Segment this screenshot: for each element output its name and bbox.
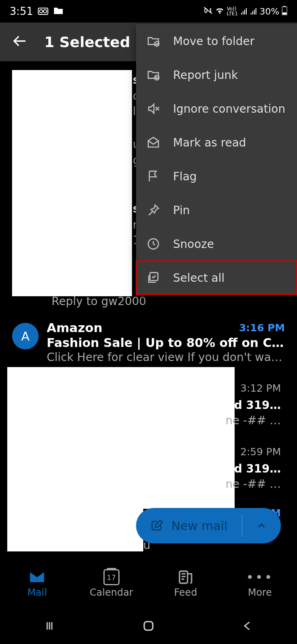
back-button[interactable] <box>239 617 256 635</box>
menu-move-to-folder[interactable]: Move to folder <box>136 24 297 58</box>
home-button[interactable] <box>140 617 157 635</box>
mute-icon <box>146 102 160 116</box>
status-bar: 3:51 Vo))LTE1 30% <box>0 0 297 23</box>
nav-label: Feed <box>174 587 197 598</box>
email-time-fragment: 3:12 PM <box>240 382 281 394</box>
voicemail-icon <box>38 5 48 17</box>
svg-rect-5 <box>283 12 287 14</box>
menu-pin[interactable]: Pin <box>136 193 297 227</box>
signal-icon-1 <box>240 6 248 17</box>
folder-move-icon <box>146 34 160 48</box>
chevron-up-icon <box>256 520 267 531</box>
bottom-nav: Mail 17 Calendar Feed ••• More <box>0 559 297 608</box>
volte-icon: Vo))LTE1 <box>227 6 238 16</box>
menu-flag[interactable]: Flag <box>136 159 297 193</box>
svg-point-2 <box>43 10 47 13</box>
folder-block-icon <box>146 68 160 82</box>
menu-ignore-conversation[interactable]: Ignore conversation <box>136 92 297 126</box>
battery-icon <box>282 6 287 17</box>
nav-label: Calendar <box>90 587 133 598</box>
menu-label: Pin <box>173 204 190 217</box>
email-item[interactable]: A Amazon 3:16 PM Fashion Sale | Up to 80… <box>0 315 297 369</box>
flag-icon <box>146 169 160 183</box>
redaction-block <box>12 70 132 296</box>
email-preview: Click Here for clear view If you don't w… <box>47 351 285 364</box>
battery-text: 30% <box>260 6 279 17</box>
recents-button[interactable] <box>41 617 58 635</box>
nav-feed[interactable]: Feed <box>148 559 223 608</box>
menu-select-all[interactable]: Select all <box>136 261 297 295</box>
redaction-block <box>7 367 235 509</box>
partial-reply-text: Reply to gw2000 <box>52 295 146 308</box>
fab-expand-button[interactable] <box>242 520 281 531</box>
nav-label: More <box>248 587 272 598</box>
clock-icon <box>146 237 160 251</box>
email-fragment: ne -## … <box>225 414 281 427</box>
compose-icon <box>151 519 163 532</box>
svg-rect-4 <box>283 6 286 7</box>
folder-icon <box>53 5 64 17</box>
pin-icon <box>146 203 160 217</box>
svg-rect-11 <box>144 621 153 630</box>
menu-label: Ignore conversation <box>173 102 285 116</box>
menu-report-junk[interactable]: Report junk <box>136 58 297 92</box>
wifi-icon <box>215 6 225 17</box>
avatar[interactable]: A <box>12 323 39 349</box>
menu-label: Report junk <box>173 68 238 82</box>
menu-label: Mark as read <box>173 136 246 149</box>
partial-char: l <box>133 105 136 118</box>
context-menu: Move to folder Report junk Ignore conver… <box>136 24 297 295</box>
nav-mail[interactable]: Mail <box>0 559 74 608</box>
calendar-day: 17 <box>107 573 116 582</box>
menu-label: Flag <box>173 170 197 183</box>
calendar-icon: 17 <box>103 569 120 585</box>
feed-icon <box>177 569 194 585</box>
mail-icon <box>29 569 45 585</box>
menu-label: Snooze <box>173 237 214 251</box>
new-mail-label: New mail <box>171 519 227 533</box>
email-fragment: ne -## … <box>225 477 281 491</box>
menu-label: Move to folder <box>173 35 254 48</box>
menu-label: Select all <box>173 271 225 285</box>
email-time-fragment: 2:59 PM <box>240 446 281 458</box>
selection-title: 1 Selected <box>44 34 130 50</box>
nav-calendar[interactable]: 17 Calendar <box>74 559 149 608</box>
menu-mark-as-read[interactable]: Mark as read <box>136 126 297 159</box>
system-nav <box>0 608 297 644</box>
vibrate-icon <box>204 6 212 17</box>
menu-snooze[interactable]: Snooze <box>136 227 297 261</box>
redaction-block <box>7 509 143 551</box>
mail-open-icon <box>146 136 160 149</box>
nav-more[interactable]: ••• More <box>223 559 297 608</box>
new-mail-button[interactable]: New mail <box>136 519 242 533</box>
select-all-icon <box>146 271 160 285</box>
email-fragment: sed 319… <box>220 398 281 412</box>
email-sender: Amazon <box>47 320 103 335</box>
nav-label: Mail <box>27 587 47 598</box>
email-subject: Fashion Sale | Up to 80% off on Clothing… <box>47 336 285 350</box>
more-icon: ••• <box>252 569 268 585</box>
svg-point-1 <box>39 10 43 13</box>
email-time: 3:16 PM <box>239 322 285 334</box>
email-fragment: sed 319… <box>220 462 281 475</box>
back-icon[interactable] <box>12 33 28 51</box>
status-time: 3:51 <box>10 5 33 17</box>
signal-icon-2 <box>250 6 257 17</box>
new-mail-fab[interactable]: New mail <box>136 508 281 543</box>
